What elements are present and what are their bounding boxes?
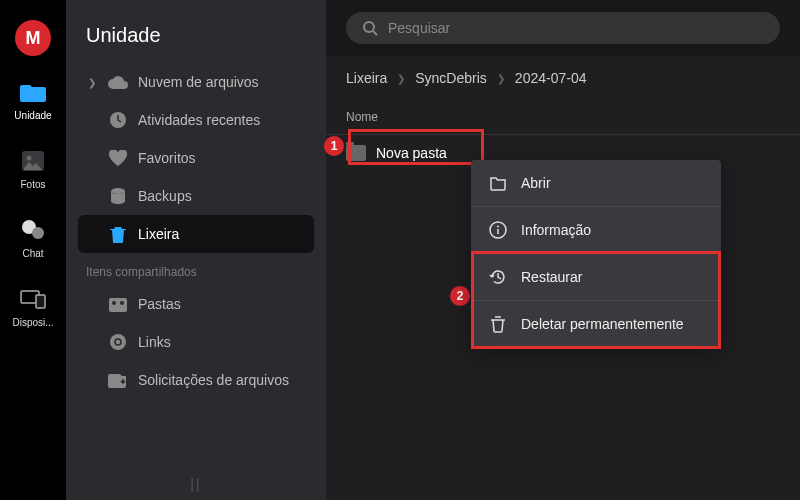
sidebar-item-trash[interactable]: Lixeira bbox=[78, 215, 314, 253]
trash-icon bbox=[108, 224, 128, 244]
folder-open-icon bbox=[489, 174, 507, 192]
breadcrumb-item[interactable]: 2024-07-04 bbox=[515, 70, 587, 86]
search-box[interactable] bbox=[346, 12, 780, 44]
sidebar-section-shared: Itens compartilhados bbox=[66, 253, 326, 285]
context-info[interactable]: Informação bbox=[471, 207, 721, 254]
rail-item-chat[interactable]: Chat bbox=[0, 212, 66, 263]
devices-icon bbox=[19, 285, 47, 313]
svg-rect-8 bbox=[109, 298, 127, 312]
image-icon bbox=[19, 147, 47, 175]
sidebar-item-recent[interactable]: Atividades recentes bbox=[78, 101, 314, 139]
chevron-right-icon: ❯ bbox=[497, 73, 505, 84]
rail-label: Fotos bbox=[20, 179, 45, 190]
main-content: Lixeira ❯ SyncDebris ❯ 2024-07-04 Nome N… bbox=[326, 0, 800, 500]
sidebar-item-favorites[interactable]: Favoritos bbox=[78, 139, 314, 177]
folder-icon bbox=[346, 145, 366, 161]
resize-handle[interactable]: || bbox=[66, 468, 326, 500]
info-icon bbox=[489, 221, 507, 239]
svg-point-11 bbox=[110, 334, 126, 350]
sidebar: Unidade ❯ Nuvem de arquivos Atividades r… bbox=[66, 0, 326, 500]
column-name[interactable]: Nome bbox=[346, 110, 378, 124]
sidebar-item-cloud[interactable]: ❯ Nuvem de arquivos bbox=[78, 63, 314, 101]
svg-point-3 bbox=[32, 227, 44, 239]
rail-item-photos[interactable]: Fotos bbox=[0, 143, 66, 194]
topbar bbox=[326, 0, 800, 56]
sidebar-item-label: Lixeira bbox=[138, 226, 179, 242]
context-open[interactable]: Abrir bbox=[471, 160, 721, 207]
context-item-label: Restaurar bbox=[521, 269, 582, 285]
breadcrumb-item[interactable]: Lixeira bbox=[346, 70, 387, 86]
rail-label: Disposi... bbox=[12, 317, 53, 328]
sidebar-item-links[interactable]: Links bbox=[78, 323, 314, 361]
heart-icon bbox=[108, 148, 128, 168]
context-item-label: Deletar permanentemente bbox=[521, 316, 684, 332]
folder-icon bbox=[19, 78, 47, 106]
breadcrumb-item[interactable]: SyncDebris bbox=[415, 70, 487, 86]
context-item-label: Abrir bbox=[521, 175, 551, 191]
sidebar-item-label: Atividades recentes bbox=[138, 112, 260, 128]
svg-rect-5 bbox=[36, 295, 45, 308]
rail-label: Chat bbox=[22, 248, 43, 259]
clock-icon bbox=[108, 110, 128, 130]
annotation-badge-2: 2 bbox=[450, 286, 470, 306]
sidebar-item-backups[interactable]: Backups bbox=[78, 177, 314, 215]
sidebar-item-folders[interactable]: Pastas bbox=[78, 285, 314, 323]
svg-rect-15 bbox=[497, 229, 499, 234]
chevron-right-icon: ❯ bbox=[88, 77, 98, 88]
row-name: Nova pasta bbox=[376, 145, 447, 161]
svg-rect-9 bbox=[112, 301, 116, 305]
annotation-badge-1: 1 bbox=[324, 136, 344, 156]
table-header: Nome bbox=[326, 100, 800, 135]
rail-item-drive[interactable]: Unidade bbox=[0, 74, 66, 125]
sidebar-item-label: Solicitações de arquivos bbox=[138, 372, 289, 388]
sidebar-shared-tree: Pastas Links Solicitações de arquivos bbox=[66, 285, 326, 399]
context-menu: Abrir Informação Restaurar Deletar perma… bbox=[471, 160, 721, 347]
sidebar-tree: ❯ Nuvem de arquivos Atividades recentes … bbox=[66, 63, 326, 253]
svg-point-1 bbox=[27, 156, 32, 161]
link-icon bbox=[108, 332, 128, 352]
search-input[interactable] bbox=[388, 20, 764, 36]
shared-folder-icon bbox=[108, 294, 128, 314]
sidebar-item-label: Pastas bbox=[138, 296, 181, 312]
sidebar-item-label: Links bbox=[138, 334, 171, 350]
search-icon bbox=[362, 20, 378, 36]
chat-icon bbox=[19, 216, 47, 244]
sidebar-item-label: Favoritos bbox=[138, 150, 196, 166]
inbox-icon bbox=[108, 370, 128, 390]
svg-point-7 bbox=[111, 188, 125, 194]
cloud-icon bbox=[108, 72, 128, 92]
sidebar-item-label: Nuvem de arquivos bbox=[138, 74, 259, 90]
context-delete[interactable]: Deletar permanentemente bbox=[471, 301, 721, 347]
database-icon bbox=[108, 186, 128, 206]
svg-rect-10 bbox=[120, 301, 124, 305]
rail-label: Unidade bbox=[14, 110, 51, 121]
restore-icon bbox=[489, 268, 507, 286]
rail-item-devices[interactable]: Disposi... bbox=[0, 281, 66, 332]
svg-point-12 bbox=[364, 22, 374, 32]
chevron-right-icon: ❯ bbox=[397, 73, 405, 84]
sidebar-item-label: Backups bbox=[138, 188, 192, 204]
sidebar-item-requests[interactable]: Solicitações de arquivos bbox=[78, 361, 314, 399]
app-logo[interactable]: M bbox=[15, 20, 51, 56]
sidebar-title: Unidade bbox=[66, 0, 326, 63]
svg-point-14 bbox=[497, 226, 499, 228]
app-rail: M Unidade Fotos Chat Disposi... bbox=[0, 0, 66, 500]
breadcrumb: Lixeira ❯ SyncDebris ❯ 2024-07-04 bbox=[326, 56, 800, 100]
context-restore[interactable]: Restaurar bbox=[471, 254, 721, 301]
trash-icon bbox=[489, 315, 507, 333]
context-item-label: Informação bbox=[521, 222, 591, 238]
